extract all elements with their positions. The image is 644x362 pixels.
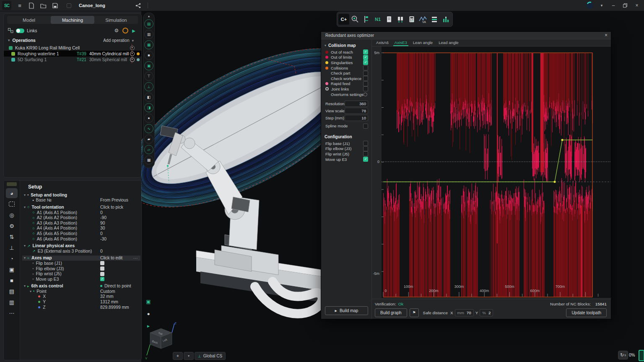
chevron-down-icon[interactable]: ▾ xyxy=(24,205,26,209)
build-graph-button[interactable]: Build graph xyxy=(375,308,407,317)
sidebar-item-tool[interactable]: ⊥ xyxy=(6,243,18,253)
setup-checkbox[interactable] xyxy=(100,272,104,276)
legend-checkbox[interactable]: ✓ xyxy=(363,55,368,60)
field-input[interactable]: 10 xyxy=(345,115,368,121)
sidebar-item-copies[interactable]: ▣ xyxy=(6,264,18,274)
sidebar-item-machine[interactable]: ▤ xyxy=(6,286,18,296)
chevron-down-icon[interactable]: ▾ xyxy=(24,244,26,248)
curves-display-icon[interactable]: ∿ xyxy=(144,124,153,133)
x-unit[interactable]: mm xyxy=(457,310,464,315)
setup-checkbox[interactable] xyxy=(100,266,104,271)
chevron-down-icon[interactable]: ▾ xyxy=(30,290,31,293)
tab-machining[interactable]: Machining xyxy=(51,16,94,24)
restore-icon[interactable] xyxy=(621,1,630,10)
surfaces-display-icon[interactable]: ▰ xyxy=(144,134,153,144)
build-map-button[interactable]: ▶ Build map xyxy=(325,306,368,315)
operation-row[interactable]: 5D Surfacing 1T#2130mm Spherical mill xyxy=(4,57,141,62)
overturns-settings-row[interactable]: Overturns settings xyxy=(321,92,371,97)
setup-row[interactable]: ▫Move up E3✓ xyxy=(22,277,140,282)
setup-row-value[interactable]: 1312 mm xyxy=(100,300,118,304)
setup-row[interactable]: ○A6 (Axis A6 Position)-30 xyxy=(22,236,140,242)
origin-display-icon[interactable]: ● xyxy=(144,114,153,123)
operation-visibility-icon[interactable] xyxy=(130,57,135,62)
legend-checkbox[interactable] xyxy=(363,86,368,91)
sidebar-item-transitions[interactable]: ⇅ xyxy=(6,232,18,242)
legend-checkbox[interactable] xyxy=(363,81,368,86)
open-file-icon[interactable] xyxy=(39,1,48,10)
setup-row-value[interactable]: -30 xyxy=(100,237,106,241)
chevron-down-icon[interactable]: ▾ xyxy=(24,284,26,288)
close-icon[interactable]: × xyxy=(632,1,641,10)
config-checkbox[interactable] xyxy=(363,141,368,146)
nc-program-icon[interactable]: N1 xyxy=(372,14,383,25)
tool-check-icon[interactable] xyxy=(395,14,406,25)
setup-row[interactable]: ▫Flip elbow (J3) xyxy=(22,266,140,272)
setup-row-value[interactable]: From Previous xyxy=(100,198,128,202)
setup-row[interactable]: ○A1 (Axis A1 Position)0 xyxy=(22,210,140,215)
setup-row[interactable]: ○A2 (Axis A2 Position)-90 xyxy=(22,215,140,220)
gear-icon[interactable]: ⚙ xyxy=(114,28,119,34)
field-input[interactable]: 78 xyxy=(345,108,368,114)
tag-icon-button[interactable]: ⚑ xyxy=(410,308,419,317)
solids-display-icon[interactable]: ▱ xyxy=(144,145,153,154)
statistics-icon[interactable] xyxy=(440,14,451,25)
local-cs-display-icon[interactable]: ◨ xyxy=(144,103,153,112)
chevron-down-icon[interactable]: ▾ xyxy=(24,193,26,197)
fit-view-icon[interactable]: ▣ xyxy=(144,297,153,306)
config-checkbox[interactable]: ✓ xyxy=(363,157,368,162)
setup-row-value[interactable]: -90 xyxy=(100,215,106,220)
setup-row-value[interactable]: Click to pick xyxy=(100,205,123,209)
overturns-settings-radio[interactable] xyxy=(364,93,367,96)
operation-row[interactable]: Roughing waterline 1T#3940mm Cylindrical… xyxy=(4,51,141,57)
setup-checkbox[interactable]: ✓ xyxy=(100,277,104,281)
setup-row[interactable]: ▾○Tool orientationClick to pick xyxy=(22,204,140,210)
cs-menu-chevron[interactable]: ▾ xyxy=(184,352,194,360)
chart-tab-lean-angle[interactable]: Lean angle xyxy=(410,39,436,46)
overturns-icon[interactable] xyxy=(122,28,128,34)
sidebar-item-strategy[interactable]: ◎ xyxy=(6,210,18,220)
setup-row-value[interactable]: Custom xyxy=(100,289,115,294)
config-checkbox[interactable] xyxy=(363,151,368,156)
sidebar-item-more[interactable]: ⋯ xyxy=(6,308,18,318)
setup-row-value[interactable]: 0 xyxy=(100,210,103,215)
add-cs-button[interactable]: + xyxy=(173,352,183,360)
setup-row[interactable]: ▫Flip base (J1) xyxy=(22,261,140,266)
safe-distance-x-input[interactable]: mm 70 xyxy=(455,309,474,316)
setup-row[interactable]: ▫Flip wrist (J5) xyxy=(22,271,140,277)
y-value[interactable]: 2 xyxy=(488,310,491,315)
fixture-visibility-icon[interactable]: ▣ xyxy=(144,61,153,70)
sidebar-item-workpiece[interactable]: ■ xyxy=(6,275,18,285)
caliper-icon[interactable] xyxy=(361,14,372,25)
links-toggle[interactable] xyxy=(16,28,24,33)
toolholder-visibility-icon[interactable]: ⊥ xyxy=(144,82,153,91)
chart-tab-axisa6[interactable]: AxisA6 xyxy=(373,39,392,46)
chevron-down-icon[interactable]: ▾ xyxy=(597,1,606,10)
machine-visibility-icon[interactable]: ▤ xyxy=(144,19,153,28)
setup-row[interactable]: ↗E3 (External axis 3 Position)0 xyxy=(22,248,140,254)
operation-row[interactable]: Kuka KR90 Long Rail Milling Cell xyxy=(4,45,141,51)
tab-model[interactable]: Model xyxy=(7,16,51,24)
layers-icon[interactable] xyxy=(429,14,440,25)
sidebar-item-setup[interactable]: ◕ xyxy=(6,188,18,198)
setup-row-value[interactable]: Direct to point xyxy=(100,284,131,288)
part-visibility-icon[interactable]: ▦ xyxy=(144,40,153,49)
menu-icon[interactable]: ≡ xyxy=(15,1,24,10)
setup-row-value[interactable]: 0 xyxy=(100,249,103,253)
x-value[interactable]: 70 xyxy=(467,310,471,315)
dialog-header[interactable]: Redundant axes optimizer × xyxy=(321,32,611,39)
operation-visibility-icon[interactable] xyxy=(130,46,135,50)
tool-visibility-icon[interactable]: ⊤ xyxy=(144,72,153,81)
probe-icon[interactable] xyxy=(350,14,361,25)
spline-mode-checkbox[interactable] xyxy=(363,124,368,129)
new-file-icon[interactable] xyxy=(27,1,36,10)
play-icon[interactable]: ▶ xyxy=(132,28,135,33)
setup-row[interactable]: ▾▸6th axis controlDirect to point xyxy=(22,284,140,289)
setup-row[interactable]: ○A3 (Axis A3 Position)90 xyxy=(22,220,140,226)
history-status-icon[interactable]: ↻5 xyxy=(618,351,628,359)
setup-row[interactable]: ▾•PointCustom xyxy=(22,289,140,294)
sidebar-item-rotary[interactable]: ◔ xyxy=(6,253,18,264)
sidebar-item-parameters[interactable]: ⚙ xyxy=(6,221,18,231)
legend-checkbox[interactable]: ✓ xyxy=(363,60,368,65)
chart-tab-axise3[interactable]: AxisE3 xyxy=(392,39,410,46)
setup-row-value[interactable]: 90 xyxy=(100,221,105,225)
